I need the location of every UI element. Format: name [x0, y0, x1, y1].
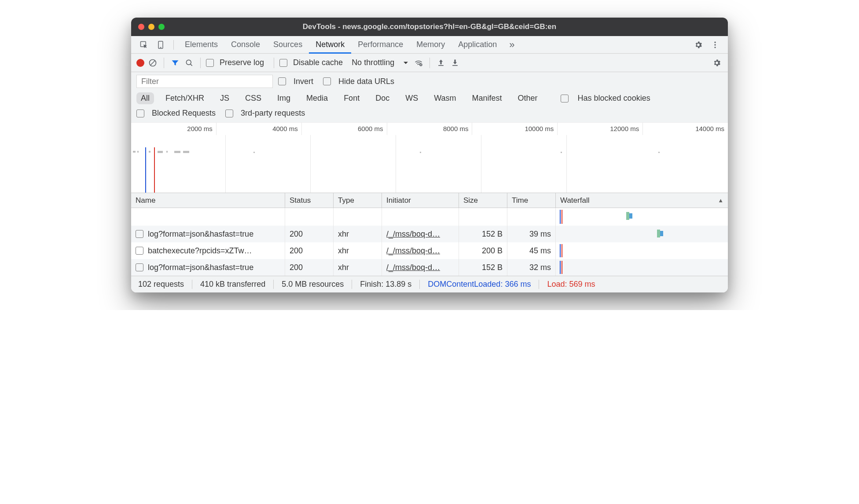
- inspect-icon[interactable]: [138, 39, 150, 51]
- close-window-button[interactable]: [138, 24, 144, 30]
- table-header: Name Status Type Initiator Size Time Wat…: [131, 193, 728, 208]
- timeline-overview[interactable]: 2000 ms4000 ms6000 ms8000 ms10000 ms1200…: [131, 123, 728, 193]
- has-blocked-cookies-checkbox[interactable]: [561, 95, 569, 102]
- timeline-tick: 2000 ms: [131, 123, 217, 135]
- row-checkbox[interactable]: [136, 230, 143, 238]
- import-har-icon[interactable]: [435, 57, 447, 69]
- col-status[interactable]: Status: [285, 193, 334, 208]
- filter-icon[interactable]: [169, 57, 181, 69]
- clear-icon[interactable]: [147, 57, 158, 69]
- preserve-log-label: Preserve log: [220, 58, 264, 67]
- filter-type-manifest[interactable]: Manifest: [468, 92, 507, 104]
- table-row[interactable]: log?format=json&hasfast=true200xhr/_/mss…: [131, 259, 728, 276]
- status-dcl: DOMContentLoaded: 366 ms: [420, 280, 539, 289]
- request-size: 152 B: [459, 259, 507, 276]
- device-toggle-icon[interactable]: [155, 39, 166, 51]
- filter-type-ws[interactable]: WS: [401, 92, 422, 104]
- tab-network[interactable]: Network: [309, 36, 351, 54]
- status-resources: 5.0 MB resources: [274, 280, 352, 289]
- filter-type-media[interactable]: Media: [302, 92, 332, 104]
- disable-cache-checkbox[interactable]: [279, 59, 287, 67]
- window-title: DevTools - news.google.com/topstories?hl…: [131, 22, 728, 31]
- window-controls: [138, 24, 165, 30]
- request-initiator[interactable]: /_/mss/boq-d…: [386, 246, 440, 256]
- table-row[interactable]: [131, 208, 728, 226]
- devtools-window: DevTools - news.google.com/topstories?hl…: [131, 18, 728, 292]
- blocked-requests-checkbox[interactable]: [136, 110, 144, 117]
- tab-memory[interactable]: Memory: [410, 36, 452, 54]
- hide-data-urls-label: Hide data URLs: [338, 77, 394, 86]
- tab-sources[interactable]: Sources: [267, 36, 309, 54]
- panel-tabs: ElementsConsoleSourcesNetworkPerformance…: [131, 36, 728, 54]
- filter-type-css[interactable]: CSS: [241, 92, 266, 104]
- request-waterfall: [556, 259, 728, 276]
- filter-type-all[interactable]: All: [136, 92, 154, 104]
- row-checkbox[interactable]: [136, 247, 143, 255]
- filter-type-doc[interactable]: Doc: [371, 92, 394, 104]
- request-time: 39 ms: [507, 226, 556, 242]
- tab-console[interactable]: Console: [224, 36, 267, 54]
- record-button[interactable]: [136, 59, 144, 67]
- filter-type-wasm[interactable]: Wasm: [430, 92, 460, 104]
- throttling-select[interactable]: No throttling: [350, 58, 410, 67]
- timeline-tick: 6000 ms: [302, 123, 387, 135]
- table-row[interactable]: batchexecute?rpcids=xZTw…200xhr/_/mss/bo…: [131, 242, 728, 259]
- col-name[interactable]: Name: [131, 193, 285, 208]
- invert-checkbox[interactable]: [278, 77, 286, 85]
- preserve-log-checkbox[interactable]: [206, 59, 214, 67]
- col-size[interactable]: Size: [459, 193, 507, 208]
- search-icon[interactable]: [184, 57, 195, 69]
- filter-type-js[interactable]: JS: [216, 92, 234, 104]
- request-name: log?format=json&hasfast=true: [148, 230, 253, 239]
- blocked-requests-label: Blocked Requests: [152, 109, 216, 118]
- filter-type-fetchxhr[interactable]: Fetch/XHR: [161, 92, 209, 104]
- table-row[interactable]: log?format=json&hasfast=true200xhr/_/mss…: [131, 226, 728, 242]
- network-conditions-icon[interactable]: [413, 57, 424, 69]
- request-type: xhr: [334, 226, 382, 242]
- third-party-checkbox[interactable]: [225, 110, 233, 117]
- col-time[interactable]: Time: [507, 193, 556, 208]
- sort-indicator-icon: ▲: [718, 197, 723, 204]
- status-transferred: 410 kB transferred: [192, 280, 274, 289]
- timeline-tick: 8000 ms: [387, 123, 473, 135]
- filter-bar: Invert Hide data URLs AllFetch/XHRJSCSSI…: [131, 72, 728, 123]
- more-tabs-icon[interactable]: »: [506, 39, 518, 51]
- filter-type-img[interactable]: Img: [273, 92, 295, 104]
- export-har-icon[interactable]: [449, 57, 461, 69]
- filter-type-other[interactable]: Other: [514, 92, 542, 104]
- col-initiator[interactable]: Initiator: [382, 193, 459, 208]
- tab-application[interactable]: Application: [452, 36, 503, 54]
- request-waterfall: [556, 242, 728, 259]
- settings-gear-icon[interactable]: [693, 39, 704, 51]
- svg-line-7: [151, 61, 155, 65]
- status-requests: 102 requests: [138, 280, 192, 289]
- titlebar: DevTools - news.google.com/topstories?hl…: [131, 18, 728, 36]
- request-type: xhr: [334, 242, 382, 259]
- filter-type-font[interactable]: Font: [339, 92, 364, 104]
- request-name: log?format=json&hasfast=true: [148, 263, 253, 272]
- tab-performance[interactable]: Performance: [351, 36, 410, 54]
- hide-data-urls-checkbox[interactable]: [323, 77, 331, 85]
- kebab-menu-icon[interactable]: [709, 39, 721, 51]
- divider: [173, 40, 174, 50]
- svg-point-3: [714, 41, 716, 43]
- minimize-window-button[interactable]: [148, 24, 154, 30]
- network-settings-gear-icon[interactable]: [711, 57, 723, 69]
- svg-point-5: [714, 47, 716, 48]
- filter-input[interactable]: [136, 75, 273, 88]
- request-initiator[interactable]: /_/mss/boq-d…: [386, 263, 440, 272]
- maximize-window-button[interactable]: [158, 24, 165, 30]
- timeline-tick: 10000 ms: [472, 123, 558, 135]
- request-time: 45 ms: [507, 242, 556, 259]
- tab-elements[interactable]: Elements: [178, 36, 224, 54]
- request-initiator[interactable]: /_/mss/boq-d…: [386, 230, 440, 239]
- col-type[interactable]: Type: [334, 193, 382, 208]
- invert-label: Invert: [294, 77, 313, 86]
- request-size: 152 B: [459, 226, 507, 242]
- row-checkbox[interactable]: [136, 263, 143, 271]
- timeline-tick: 12000 ms: [558, 123, 643, 135]
- request-waterfall: [556, 226, 728, 242]
- col-waterfall[interactable]: Waterfall▲: [556, 193, 728, 208]
- status-finish: Finish: 13.89 s: [352, 280, 420, 289]
- throttling-value: No throttling: [352, 58, 394, 67]
